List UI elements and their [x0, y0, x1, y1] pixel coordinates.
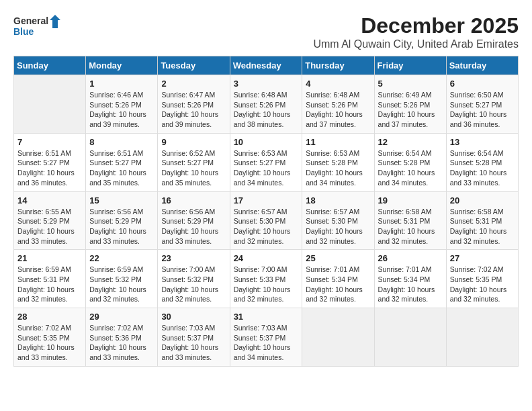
- calendar-cell: 2Sunrise: 6:47 AM Sunset: 5:26 PM Daylig…: [158, 75, 230, 134]
- day-info: Sunrise: 6:48 AM Sunset: 5:26 PM Dayligh…: [306, 90, 370, 130]
- calendar-cell: [374, 308, 446, 367]
- day-info: Sunrise: 6:59 AM Sunset: 5:31 PM Dayligh…: [17, 265, 82, 304]
- day-info: Sunrise: 7:00 AM Sunset: 5:32 PM Dayligh…: [161, 265, 226, 304]
- calendar-week-row: 1Sunrise: 6:46 AM Sunset: 5:26 PM Daylig…: [14, 75, 519, 134]
- calendar-cell: [302, 308, 374, 367]
- day-number: 1: [89, 79, 154, 89]
- day-info: Sunrise: 6:53 AM Sunset: 5:28 PM Dayligh…: [306, 148, 370, 188]
- day-number: 21: [17, 253, 82, 263]
- day-info: Sunrise: 6:49 AM Sunset: 5:26 PM Dayligh…: [378, 90, 443, 130]
- calendar-cell: 11Sunrise: 6:53 AM Sunset: 5:28 PM Dayli…: [302, 133, 374, 191]
- svg-text:General: General: [13, 15, 48, 26]
- day-number: 23: [161, 253, 226, 263]
- day-info: Sunrise: 7:00 AM Sunset: 5:33 PM Dayligh…: [234, 265, 299, 304]
- weekday-header-saturday: Saturday: [446, 56, 518, 75]
- weekday-header-wednesday: Wednesday: [230, 56, 302, 75]
- calendar-cell: 6Sunrise: 6:50 AM Sunset: 5:27 PM Daylig…: [446, 75, 518, 134]
- day-info: Sunrise: 6:54 AM Sunset: 5:28 PM Dayligh…: [450, 148, 515, 188]
- day-info: Sunrise: 7:01 AM Sunset: 5:34 PM Dayligh…: [306, 265, 370, 304]
- day-number: 11: [306, 137, 370, 147]
- calendar-cell: 15Sunrise: 6:56 AM Sunset: 5:29 PM Dayli…: [86, 191, 158, 250]
- calendar-cell: 31Sunrise: 7:03 AM Sunset: 5:37 PM Dayli…: [230, 308, 302, 367]
- day-info: Sunrise: 6:51 AM Sunset: 5:27 PM Dayligh…: [17, 148, 82, 188]
- calendar-cell: 29Sunrise: 7:02 AM Sunset: 5:36 PM Dayli…: [86, 308, 158, 367]
- calendar-cell: 4Sunrise: 6:48 AM Sunset: 5:26 PM Daylig…: [302, 75, 374, 134]
- calendar-cell: 7Sunrise: 6:51 AM Sunset: 5:27 PM Daylig…: [14, 133, 86, 191]
- day-number: 10: [234, 137, 299, 147]
- calendar-cell: 14Sunrise: 6:55 AM Sunset: 5:29 PM Dayli…: [14, 191, 86, 250]
- day-number: 17: [234, 195, 299, 205]
- logo-svg: General Blue: [13, 13, 60, 39]
- calendar-cell: [446, 308, 518, 367]
- weekday-header-row: SundayMondayTuesdayWednesdayThursdayFrid…: [14, 56, 519, 75]
- calendar-cell: 5Sunrise: 6:49 AM Sunset: 5:26 PM Daylig…: [374, 75, 446, 134]
- day-number: 13: [450, 137, 515, 147]
- day-info: Sunrise: 7:02 AM Sunset: 5:35 PM Dayligh…: [450, 265, 515, 304]
- day-number: 15: [89, 195, 154, 205]
- calendar-cell: 9Sunrise: 6:52 AM Sunset: 5:27 PM Daylig…: [158, 133, 230, 191]
- calendar-cell: 22Sunrise: 6:59 AM Sunset: 5:32 PM Dayli…: [86, 250, 158, 308]
- calendar-week-row: 7Sunrise: 6:51 AM Sunset: 5:27 PM Daylig…: [14, 133, 519, 191]
- day-info: Sunrise: 6:56 AM Sunset: 5:29 PM Dayligh…: [89, 207, 154, 246]
- calendar-table: SundayMondayTuesdayWednesdayThursdayFrid…: [13, 56, 519, 367]
- page-subtitle: Umm Al Quwain City, United Arab Emirates: [313, 38, 519, 50]
- weekday-header-sunday: Sunday: [14, 56, 86, 75]
- title-block: December 2025 Umm Al Quwain City, United…: [313, 13, 519, 50]
- day-number: 20: [450, 195, 515, 205]
- day-number: 19: [378, 195, 443, 205]
- calendar-cell: 8Sunrise: 6:51 AM Sunset: 5:27 PM Daylig…: [86, 133, 158, 191]
- day-info: Sunrise: 7:03 AM Sunset: 5:37 PM Dayligh…: [161, 323, 226, 363]
- calendar-cell: 26Sunrise: 7:01 AM Sunset: 5:34 PM Dayli…: [374, 250, 446, 308]
- day-info: Sunrise: 7:03 AM Sunset: 5:37 PM Dayligh…: [234, 323, 299, 363]
- day-number: 16: [161, 195, 226, 205]
- day-number: 5: [378, 79, 443, 89]
- day-info: Sunrise: 7:02 AM Sunset: 5:36 PM Dayligh…: [89, 323, 154, 363]
- calendar-cell: 25Sunrise: 7:01 AM Sunset: 5:34 PM Dayli…: [302, 250, 374, 308]
- day-number: 14: [17, 195, 82, 205]
- calendar-cell: 17Sunrise: 6:57 AM Sunset: 5:30 PM Dayli…: [230, 191, 302, 250]
- calendar-cell: 19Sunrise: 6:58 AM Sunset: 5:31 PM Dayli…: [374, 191, 446, 250]
- day-info: Sunrise: 6:57 AM Sunset: 5:30 PM Dayligh…: [234, 207, 299, 246]
- day-info: Sunrise: 6:59 AM Sunset: 5:32 PM Dayligh…: [89, 265, 154, 304]
- day-number: 22: [89, 253, 154, 263]
- calendar-cell: 21Sunrise: 6:59 AM Sunset: 5:31 PM Dayli…: [14, 250, 86, 308]
- svg-text:Blue: Blue: [13, 26, 34, 37]
- day-number: 30: [161, 312, 226, 322]
- calendar-cell: 24Sunrise: 7:00 AM Sunset: 5:33 PM Dayli…: [230, 250, 302, 308]
- day-info: Sunrise: 6:54 AM Sunset: 5:28 PM Dayligh…: [378, 148, 443, 188]
- day-number: 26: [378, 253, 443, 263]
- day-number: 27: [450, 253, 515, 263]
- calendar-cell: 18Sunrise: 6:57 AM Sunset: 5:30 PM Dayli…: [302, 191, 374, 250]
- calendar-cell: 13Sunrise: 6:54 AM Sunset: 5:28 PM Dayli…: [446, 133, 518, 191]
- day-info: Sunrise: 6:46 AM Sunset: 5:26 PM Dayligh…: [89, 90, 154, 130]
- day-info: Sunrise: 6:57 AM Sunset: 5:30 PM Dayligh…: [306, 207, 370, 246]
- calendar-cell: 23Sunrise: 7:00 AM Sunset: 5:32 PM Dayli…: [158, 250, 230, 308]
- calendar-cell: 27Sunrise: 7:02 AM Sunset: 5:35 PM Dayli…: [446, 250, 518, 308]
- calendar-cell: [14, 75, 86, 134]
- day-info: Sunrise: 6:56 AM Sunset: 5:29 PM Dayligh…: [161, 207, 226, 246]
- calendar-week-row: 28Sunrise: 7:02 AM Sunset: 5:35 PM Dayli…: [14, 308, 519, 367]
- weekday-header-monday: Monday: [86, 56, 158, 75]
- page-title: December 2025: [313, 13, 519, 38]
- calendar-cell: 16Sunrise: 6:56 AM Sunset: 5:29 PM Dayli…: [158, 191, 230, 250]
- day-info: Sunrise: 7:02 AM Sunset: 5:35 PM Dayligh…: [17, 323, 82, 363]
- day-info: Sunrise: 6:51 AM Sunset: 5:27 PM Dayligh…: [89, 148, 154, 188]
- day-info: Sunrise: 6:52 AM Sunset: 5:27 PM Dayligh…: [161, 148, 226, 188]
- calendar-cell: 1Sunrise: 6:46 AM Sunset: 5:26 PM Daylig…: [86, 75, 158, 134]
- svg-marker-2: [50, 15, 60, 28]
- day-number: 2: [161, 79, 226, 89]
- calendar-cell: 3Sunrise: 6:48 AM Sunset: 5:26 PM Daylig…: [230, 75, 302, 134]
- day-number: 7: [17, 137, 82, 147]
- day-info: Sunrise: 6:55 AM Sunset: 5:29 PM Dayligh…: [17, 207, 82, 246]
- day-number: 28: [17, 312, 82, 322]
- day-info: Sunrise: 6:48 AM Sunset: 5:26 PM Dayligh…: [234, 90, 299, 130]
- calendar-week-row: 14Sunrise: 6:55 AM Sunset: 5:29 PM Dayli…: [14, 191, 519, 250]
- day-info: Sunrise: 6:47 AM Sunset: 5:26 PM Dayligh…: [161, 90, 226, 130]
- page-header: General Blue December 2025 Umm Al Quwain…: [13, 13, 519, 50]
- day-number: 24: [234, 253, 299, 263]
- calendar-cell: 10Sunrise: 6:53 AM Sunset: 5:27 PM Dayli…: [230, 133, 302, 191]
- weekday-header-thursday: Thursday: [302, 56, 374, 75]
- day-number: 31: [234, 312, 299, 322]
- day-number: 4: [306, 79, 370, 89]
- day-number: 8: [89, 137, 154, 147]
